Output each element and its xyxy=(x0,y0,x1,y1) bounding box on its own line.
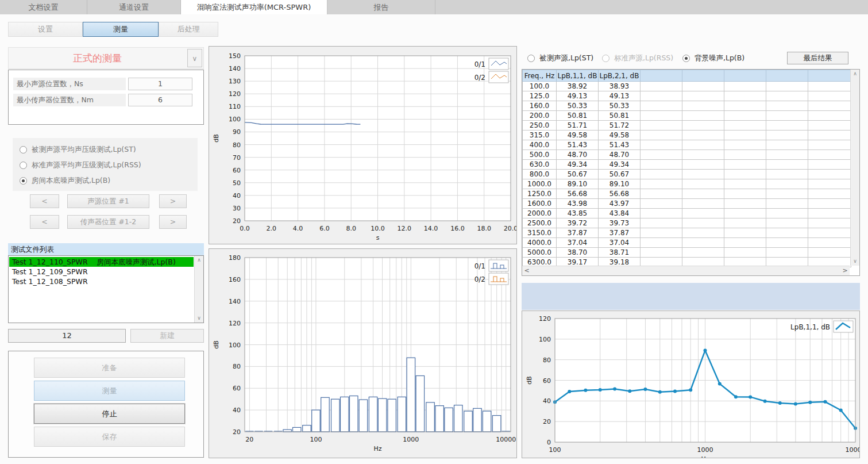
table-cell[interactable]: 43.84 xyxy=(599,209,641,218)
table-cell[interactable] xyxy=(641,228,682,238)
table-cell[interactable] xyxy=(641,248,682,258)
test-type-radio-1[interactable]: 被测声源平均声压级测试,Lp(ST) xyxy=(20,144,136,155)
subtab-3[interactable]: 后处理 xyxy=(159,22,218,37)
scroll-down-icon[interactable]: ∨ xyxy=(195,314,203,323)
table-cell[interactable]: 89.10 xyxy=(599,179,641,189)
table-cell[interactable]: 39.72 xyxy=(557,218,599,228)
table-cell[interactable] xyxy=(682,238,724,248)
table-cell[interactable] xyxy=(682,140,724,150)
chevron-down-icon[interactable]: ∨ xyxy=(187,49,202,67)
table-cell[interactable]: 800.0 xyxy=(523,170,557,179)
table-cell[interactable]: 43.98 xyxy=(557,199,599,209)
table-cell[interactable] xyxy=(766,199,808,209)
table-cell[interactable] xyxy=(641,218,682,228)
table-cell[interactable] xyxy=(808,179,851,189)
table-cell[interactable] xyxy=(808,199,851,209)
table-cell[interactable] xyxy=(808,82,851,91)
table-cell[interactable] xyxy=(724,140,766,150)
table-cell[interactable] xyxy=(766,121,808,131)
prepare-button[interactable]: 准备 xyxy=(34,358,185,378)
measurement-mode-dropdown[interactable]: 正式的测量 ∨ xyxy=(8,47,204,69)
new-file-button[interactable]: 新建 xyxy=(130,329,204,343)
table-cell[interactable] xyxy=(766,91,808,101)
table-cell[interactable] xyxy=(641,189,682,199)
table-cell[interactable]: 400.0 xyxy=(523,140,557,150)
table-cell[interactable]: 51.43 xyxy=(557,140,599,150)
nav-next-button[interactable]: > xyxy=(159,215,187,229)
table-cell[interactable]: 37.04 xyxy=(557,238,599,248)
table-cell[interactable]: 56.68 xyxy=(599,189,641,199)
table-cell[interactable]: 49.13 xyxy=(599,91,641,101)
table-cell[interactable]: 49.34 xyxy=(557,160,599,170)
nav-prev-button[interactable]: < xyxy=(30,194,59,208)
table-cell[interactable] xyxy=(724,111,766,121)
table-cell[interactable] xyxy=(724,121,766,131)
table-header-cell[interactable]: LpB,2,1, dB xyxy=(599,70,641,82)
table-cell[interactable]: 200.0 xyxy=(523,111,557,121)
table-cell[interactable]: 49.58 xyxy=(557,131,599,140)
source-radio-2[interactable]: 标准声源,Lp(RSS) xyxy=(602,53,673,63)
table-cell[interactable] xyxy=(808,140,851,150)
table-cell[interactable]: 50.67 xyxy=(599,170,641,179)
table-cell[interactable]: 43.85 xyxy=(557,209,599,218)
table-cell[interactable]: 2500.0 xyxy=(523,218,557,228)
table-cell[interactable] xyxy=(641,91,682,101)
table-cell[interactable]: 37.87 xyxy=(557,228,599,238)
table-cell[interactable] xyxy=(724,91,766,101)
table-cell[interactable]: 43.97 xyxy=(599,199,641,209)
table-cell[interactable]: 51.71 xyxy=(557,121,599,131)
table-cell[interactable] xyxy=(766,179,808,189)
table-cell[interactable]: 315.0 xyxy=(523,131,557,140)
table-cell[interactable] xyxy=(641,82,682,91)
table-cell[interactable] xyxy=(766,111,808,121)
table-cell[interactable] xyxy=(808,150,851,160)
table-cell[interactable]: 4000.0 xyxy=(523,238,557,248)
table-cell[interactable] xyxy=(724,209,766,218)
table-cell[interactable]: 56.68 xyxy=(557,189,599,199)
table-cell[interactable] xyxy=(682,170,724,179)
radio-icon[interactable] xyxy=(602,55,609,62)
table-cell[interactable] xyxy=(766,131,808,140)
table-header-cell[interactable]: LpB,1,1, dB xyxy=(557,70,599,82)
scroll-left-icon[interactable]: < xyxy=(522,266,531,275)
source-radio-3[interactable]: 背景噪声,Lp(B) xyxy=(682,53,744,63)
table-cell[interactable] xyxy=(808,131,851,140)
table-cell[interactable] xyxy=(641,199,682,209)
radio-icon[interactable] xyxy=(682,55,690,62)
tab-3[interactable]: 混响室法测试声功率(MCR-SPWR) xyxy=(181,0,327,14)
table-cell[interactable] xyxy=(808,101,851,111)
param-value-field[interactable]: 6 xyxy=(128,94,192,106)
table-cell[interactable] xyxy=(641,160,682,170)
table-cell[interactable] xyxy=(682,189,724,199)
nav-next-button[interactable]: > xyxy=(159,194,187,208)
table-cell[interactable] xyxy=(808,248,851,258)
table-cell[interactable] xyxy=(682,248,724,258)
table-cell[interactable] xyxy=(766,209,808,218)
table-cell[interactable]: 50.81 xyxy=(599,111,641,121)
radio-icon[interactable] xyxy=(20,162,27,169)
table-cell[interactable] xyxy=(766,248,808,258)
scroll-up-icon[interactable]: ∧ xyxy=(195,256,203,264)
table-header-cell[interactable] xyxy=(724,70,766,82)
table-cell[interactable] xyxy=(641,101,682,111)
table-cell[interactable] xyxy=(724,238,766,248)
table-cell[interactable] xyxy=(766,82,808,91)
table-cell[interactable] xyxy=(641,140,682,150)
table-cell[interactable]: 50.33 xyxy=(599,101,641,111)
table-cell[interactable] xyxy=(724,218,766,228)
table-cell[interactable] xyxy=(641,131,682,140)
table-cell[interactable] xyxy=(724,160,766,170)
table-cell[interactable] xyxy=(724,248,766,258)
table-cell[interactable] xyxy=(641,209,682,218)
table-cell[interactable]: 49.13 xyxy=(557,91,599,101)
table-cell[interactable]: 5000.0 xyxy=(523,248,557,258)
table-cell[interactable] xyxy=(766,101,808,111)
table-cell[interactable] xyxy=(682,101,724,111)
table-cell[interactable] xyxy=(724,189,766,199)
table-cell[interactable] xyxy=(766,218,808,228)
table-cell[interactable] xyxy=(682,131,724,140)
nav-prev-button[interactable]: < xyxy=(30,215,59,229)
table-cell[interactable]: 51.72 xyxy=(599,121,641,131)
microphone-position-button[interactable]: 传声器位置 #1-2 xyxy=(67,215,149,229)
save-button[interactable]: 保存 xyxy=(34,427,185,447)
